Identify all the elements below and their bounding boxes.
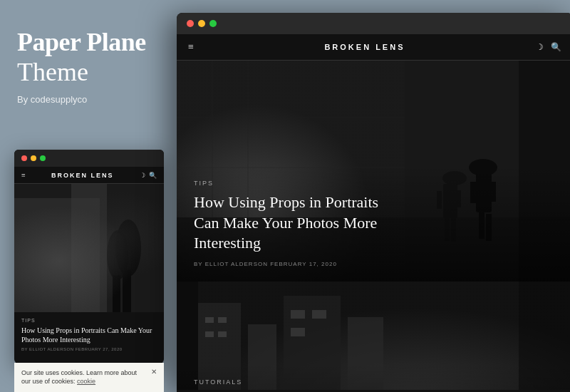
- site-logo: BROKEN LENS: [324, 43, 405, 51]
- svg-rect-39: [291, 328, 305, 336]
- small-header-icons: ☽ 🔍: [140, 172, 157, 179]
- hero-overlay: TIPS How Using Props in Portraits Can Ma…: [177, 165, 570, 282]
- small-site-logo: BROKEN LENS: [51, 172, 114, 179]
- theme-title: Paper Plane Theme: [17, 29, 160, 87]
- small-hero-image: [14, 184, 164, 312]
- second-overlay: TUTORIALS How to Protect Your Camera Aga…: [177, 364, 570, 390]
- header-icons: ☽ 🔍: [536, 42, 561, 53]
- small-search-icon: 🔍: [149, 172, 157, 179]
- theme-by: By codesupplyco: [17, 94, 160, 105]
- traffic-dot-green: [40, 155, 46, 161]
- small-preview-header: ≡ BROKEN LENS ☽ 🔍: [14, 167, 164, 184]
- svg-point-3: [115, 220, 141, 277]
- svg-point-4: [107, 230, 128, 280]
- hamburger-icon[interactable]: ≡: [188, 41, 194, 53]
- small-article-meta: BY ELLIOT ALDERSON FEBRUARY 27, 2020: [21, 347, 157, 351]
- browser-header: ≡ BROKEN LENS ☽ 🔍: [177, 34, 570, 61]
- second-article-tag: TUTORIALS: [194, 378, 556, 386]
- moon-icon[interactable]: ☽: [536, 42, 544, 53]
- browser-titlebar: [177, 13, 570, 34]
- small-moon-icon: ☽: [140, 172, 145, 179]
- traffic-dot-yellow: [31, 155, 36, 161]
- traffic-dot-red: [21, 155, 27, 161]
- svg-rect-35: [205, 331, 214, 337]
- cookie-bar: Our site uses cookies. Learn more about …: [14, 363, 164, 392]
- browser-window: ≡ BROKEN LENS ☽ 🔍: [177, 13, 570, 392]
- browser-content[interactable]: TIPS How Using Props in Portraits Can Ma…: [177, 61, 570, 390]
- hero-article-tag: TIPS: [194, 180, 556, 187]
- small-traffic-lights: [14, 150, 164, 167]
- second-article[interactable]: TUTORIALS How to Protect Your Camera Aga…: [177, 282, 570, 390]
- svg-rect-2: [71, 184, 107, 312]
- small-hero-svg: [14, 184, 164, 312]
- svg-rect-0: [14, 184, 164, 312]
- svg-rect-6: [113, 275, 120, 312]
- cookie-text: Our site uses cookies. Learn more about …: [21, 368, 145, 386]
- small-preview-card: ≡ BROKEN LENS ☽ 🔍 TIPS How Using Props i…: [14, 150, 164, 363]
- cookie-link[interactable]: cookie: [77, 378, 95, 385]
- hero-article[interactable]: TIPS How Using Props in Portraits Can Ma…: [177, 61, 570, 282]
- svg-rect-37: [291, 310, 305, 319]
- browser-dot-yellow: [198, 20, 205, 27]
- browser-dot-green: [209, 20, 217, 27]
- svg-rect-34: [218, 317, 227, 323]
- svg-rect-5: [123, 269, 131, 312]
- hero-article-meta: BY ELLIOT ALDERSON FEBRUARY 17, 2020: [194, 261, 556, 267]
- small-hamburger-icon: ≡: [21, 171, 26, 179]
- svg-rect-1: [14, 198, 100, 312]
- search-icon[interactable]: 🔍: [551, 42, 561, 53]
- small-preview-content: TIPS How Using Props in Portraits Can Ma…: [14, 312, 164, 357]
- browser-dot-red: [187, 20, 194, 27]
- svg-rect-36: [218, 331, 227, 337]
- small-article-tag: TIPS: [21, 318, 157, 323]
- small-article-title: How Using Props in Portraits Can Make Yo…: [21, 326, 157, 344]
- svg-rect-33: [205, 317, 214, 323]
- svg-rect-38: [312, 310, 326, 319]
- cookie-close-button[interactable]: ✕: [151, 368, 157, 376]
- hero-article-title[interactable]: How Using Props in Portraits Can Make Yo…: [194, 192, 408, 254]
